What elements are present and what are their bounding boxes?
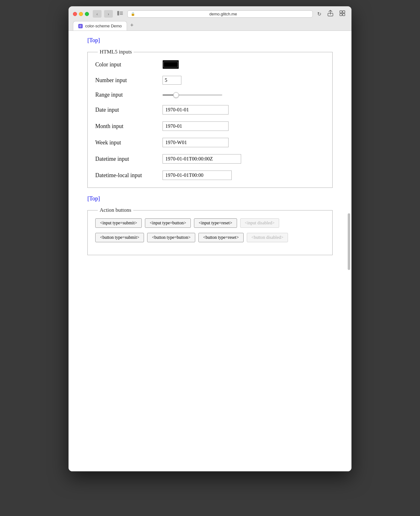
datetime-local-label: Datetime-local input <box>95 172 158 179</box>
top-bar: ‹ › 🔒 demo.glitch.me ↻ <box>73 9 347 18</box>
html5-inputs-legend: HTML5 inputs <box>98 49 134 55</box>
svg-rect-0 <box>117 11 119 15</box>
page-content: [Top] HTML5 inputs Color input Number in… <box>69 31 351 471</box>
browser-tabs: C color-scheme Demo + <box>73 21 347 31</box>
html5-inputs-section: HTML5 inputs Color input Number input Ra… <box>87 49 333 188</box>
button-disabled: <button disabled> <box>247 233 288 242</box>
button-button[interactable]: <button type=button> <box>147 233 195 242</box>
share-button[interactable] <box>326 9 335 18</box>
input-disabled-button <box>240 218 279 228</box>
datetime-input-row: Datetime input <box>95 154 325 164</box>
date-input-row: Date input <box>95 105 325 115</box>
svg-rect-6 <box>343 11 345 13</box>
color-label: Color input <box>95 61 158 68</box>
traffic-lights <box>73 12 89 16</box>
month-input-row: Month input <box>95 121 325 131</box>
reload-button[interactable]: ↻ <box>315 10 323 18</box>
input-submit-button[interactable] <box>95 218 142 228</box>
active-tab[interactable]: C color-scheme Demo <box>73 21 127 31</box>
minimize-button[interactable] <box>79 12 83 16</box>
week-input[interactable] <box>163 138 229 147</box>
date-input[interactable] <box>163 105 229 115</box>
action-buttons-legend: Action buttons <box>98 207 133 213</box>
week-input-row: Week input <box>95 138 325 147</box>
range-input-row: Range input <box>95 92 325 98</box>
browser-toolbar: ‹ › 🔒 demo.glitch.me ↻ <box>69 6 351 31</box>
top-link-2[interactable]: [Top] <box>87 195 333 202</box>
date-label: Date input <box>95 107 158 113</box>
svg-rect-5 <box>340 11 342 13</box>
svg-rect-8 <box>343 14 345 16</box>
input-button-button[interactable] <box>145 218 191 228</box>
month-label: Month input <box>95 123 158 130</box>
top-link-1[interactable]: [Top] <box>87 37 333 44</box>
browser-window: ‹ › 🔒 demo.glitch.me ↻ <box>69 6 351 471</box>
button-elements-group: <button type=submit> <button type=button… <box>95 233 325 242</box>
svg-rect-2 <box>120 13 123 14</box>
close-button[interactable] <box>73 12 77 16</box>
action-buttons-section: Action buttons <button type=submit> <but… <box>87 207 333 255</box>
datetime-local-input-row: Datetime-local input <box>95 171 325 180</box>
number-input-row: Number input <box>95 76 325 85</box>
tab-favicon: C <box>78 24 83 28</box>
svg-rect-3 <box>120 14 123 15</box>
address-bar[interactable]: 🔒 demo.glitch.me <box>127 10 313 18</box>
forward-button[interactable]: › <box>104 10 113 18</box>
svg-rect-1 <box>120 12 123 12</box>
url-text: demo.glitch.me <box>137 12 309 16</box>
week-label: Week input <box>95 139 158 146</box>
input-buttons-group <box>95 218 325 228</box>
maximize-button[interactable] <box>85 12 89 16</box>
datetime-local-input[interactable] <box>163 171 232 180</box>
tab-title: color-scheme Demo <box>85 24 122 28</box>
button-reset[interactable]: <button type=reset> <box>198 233 244 242</box>
month-input[interactable] <box>163 121 229 131</box>
sidebar-toggle-button[interactable] <box>115 10 125 17</box>
new-tab-button[interactable]: + <box>128 21 136 30</box>
range-input[interactable] <box>163 94 222 96</box>
color-input-row: Color input <box>95 60 325 69</box>
tab-switcher-button[interactable] <box>338 10 347 18</box>
number-input[interactable] <box>163 76 181 85</box>
input-reset-button[interactable] <box>194 218 237 228</box>
datetime-label: Datetime input <box>95 156 158 162</box>
range-label: Range input <box>95 92 158 98</box>
scrollbar[interactable] <box>348 213 350 270</box>
datetime-input[interactable] <box>163 154 241 164</box>
button-submit[interactable]: <button type=submit> <box>95 233 144 242</box>
number-label: Number input <box>95 77 158 84</box>
lock-icon: 🔒 <box>131 12 135 16</box>
svg-rect-7 <box>340 14 342 16</box>
color-input[interactable] <box>163 60 179 69</box>
back-button[interactable]: ‹ <box>93 10 102 18</box>
